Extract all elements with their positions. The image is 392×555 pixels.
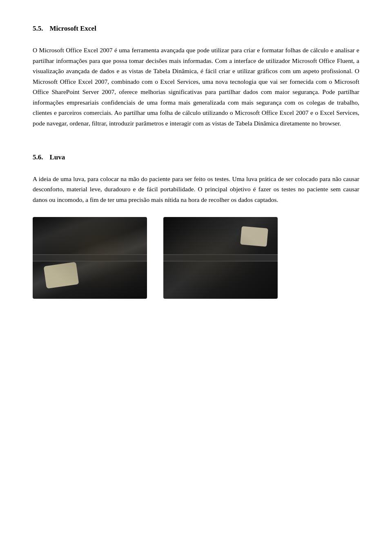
section-5-5-number: 5.5.	[33, 25, 43, 33]
glove-strap-1	[33, 254, 147, 262]
page-content: 5.5. Microsoft Excel O Microsoft Office …	[0, 0, 392, 555]
section-5-5: 5.5. Microsoft Excel O Microsoft Office …	[33, 25, 359, 129]
section-5-5-title: Microsoft Excel	[50, 25, 96, 33]
section-5-6-number: 5.6.	[33, 153, 43, 161]
glove-strap-2	[163, 254, 278, 262]
glove-image-1	[33, 217, 147, 299]
section-5-6: 5.6. Luva A ideia de uma luva, para colo…	[33, 153, 359, 299]
glove-images-container	[33, 217, 359, 299]
section-5-6-title: Luva	[50, 153, 65, 161]
glove-image-2	[163, 217, 278, 299]
section-5-5-heading: 5.5. Microsoft Excel	[33, 25, 359, 33]
section-5-6-heading: 5.6. Luva	[33, 153, 359, 161]
section-5-6-paragraph-1: A ideia de uma luva, para colocar na mão…	[33, 174, 359, 205]
section-5-5-paragraph-1: O Microsoft Office Excel 2007 é uma ferr…	[33, 45, 359, 129]
